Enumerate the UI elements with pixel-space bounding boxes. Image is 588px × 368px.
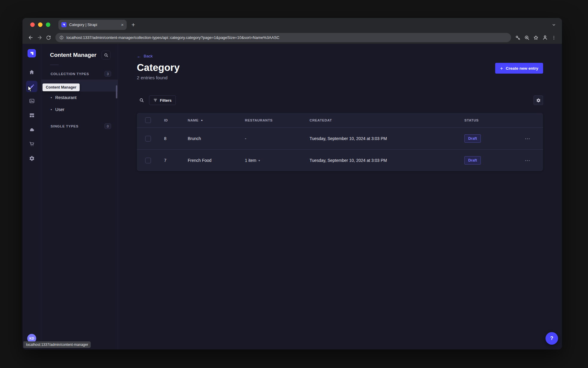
chevron-down-icon: ▾ bbox=[258, 159, 260, 162]
back-nav-icon[interactable] bbox=[26, 33, 35, 42]
filters-label: Filters bbox=[160, 98, 172, 103]
create-new-entry-label: Create new entry bbox=[506, 66, 538, 71]
select-all-checkbox[interactable] bbox=[145, 117, 151, 123]
column-header-name[interactable]: NAME ▲ bbox=[188, 118, 245, 122]
collection-types-count-badge: 3 bbox=[104, 71, 111, 77]
help-button[interactable]: ? bbox=[545, 332, 558, 345]
window-controls bbox=[30, 22, 50, 27]
subnav-search-button[interactable] bbox=[101, 51, 110, 60]
nav-content-type-builder-icon[interactable] bbox=[26, 110, 37, 121]
tab-close-icon[interactable]: × bbox=[121, 22, 124, 27]
row-actions-menu-icon[interactable]: ⋯ bbox=[525, 136, 535, 142]
strapi-app: KD Content Manager COLLECTION TYPES 3 • bbox=[22, 44, 562, 349]
back-arrow-icon: ← bbox=[137, 54, 141, 58]
nav-settings-icon[interactable] bbox=[26, 153, 37, 164]
entries-count: 2 entries found bbox=[137, 75, 180, 80]
address-bar[interactable]: localhost:1337/admin/content-manager/col… bbox=[55, 33, 511, 42]
link-status-bubble: localhost:1337/admin/content-manager bbox=[23, 341, 91, 348]
browser-tabstrip: Category | Strapi × + bbox=[22, 18, 562, 31]
cell-id: 7 bbox=[164, 158, 188, 163]
nav-icons bbox=[26, 66, 37, 164]
content-manager-tooltip: Content Manager bbox=[43, 83, 80, 91]
mouse-cursor bbox=[28, 86, 33, 93]
entries-table: ID NAME ▲ RESTAURANTS CREATEDAT STATUS 8 bbox=[137, 113, 543, 171]
sidebar-item-user[interactable]: • User bbox=[41, 104, 118, 115]
close-window-button[interactable] bbox=[30, 22, 35, 27]
column-header-restaurants[interactable]: RESTAURANTS bbox=[245, 118, 310, 122]
nav-home-icon[interactable] bbox=[26, 66, 37, 78]
back-link[interactable]: ← Back bbox=[137, 54, 153, 58]
cell-createdat: Tuesday, September 10, 2024 at 3:03 PM bbox=[310, 136, 464, 141]
column-header-status[interactable]: STATUS bbox=[464, 118, 525, 122]
url-text: localhost:1337/admin/content-manager/col… bbox=[66, 35, 279, 40]
status-badge: Draft bbox=[464, 156, 481, 165]
single-types-count-badge: 0 bbox=[104, 123, 111, 129]
subnav-divider bbox=[50, 65, 59, 65]
strapi-favicon-icon bbox=[61, 22, 66, 27]
create-new-entry-button[interactable]: + Create new entry bbox=[495, 63, 543, 74]
minimize-window-button[interactable] bbox=[38, 22, 43, 27]
plus-icon: + bbox=[500, 66, 503, 71]
sidebar-item-label: Restaurant bbox=[55, 95, 77, 100]
bookmark-star-icon[interactable] bbox=[531, 33, 540, 42]
new-tab-button[interactable]: + bbox=[131, 22, 135, 28]
cell-createdat: Tuesday, September 10, 2024 at 3:03 PM bbox=[310, 158, 464, 163]
single-types-label: SINGLE TYPES bbox=[51, 124, 78, 128]
sidebar-item-label: User bbox=[55, 107, 65, 112]
cell-id: 8 bbox=[164, 136, 188, 141]
search-button[interactable] bbox=[137, 95, 146, 105]
cell-restaurants[interactable]: 1 item ▾ bbox=[245, 158, 310, 163]
table-row[interactable]: 7 French Food 1 item ▾ Tuesday, Septembe… bbox=[137, 149, 543, 171]
nav-media-library-icon[interactable] bbox=[26, 95, 37, 107]
filter-icon bbox=[153, 98, 157, 102]
bullet-icon: • bbox=[51, 96, 52, 100]
browser-tab-active[interactable]: Category | Strapi × bbox=[58, 20, 127, 30]
subnav-scrollbar-thumb[interactable] bbox=[116, 85, 117, 98]
browser-toolbar: localhost:1337/admin/content-manager/col… bbox=[22, 31, 562, 44]
nav-cloud-icon[interactable] bbox=[26, 124, 37, 135]
subnav-title: Content Manager bbox=[50, 52, 96, 58]
row-checkbox[interactable] bbox=[145, 136, 151, 142]
site-info-icon[interactable] bbox=[59, 35, 64, 40]
page-title: Category bbox=[137, 62, 180, 73]
browser-window: Category | Strapi × + local bbox=[22, 18, 562, 349]
reload-icon[interactable] bbox=[44, 33, 53, 42]
maximize-window-button[interactable] bbox=[46, 22, 50, 27]
sidebar-item-restaurant[interactable]: • Restaurant bbox=[41, 92, 118, 104]
status-badge: Draft bbox=[464, 134, 481, 143]
browser-menu-icon[interactable] bbox=[549, 33, 558, 42]
row-actions-menu-icon[interactable]: ⋯ bbox=[525, 157, 535, 164]
column-header-id[interactable]: ID bbox=[164, 118, 188, 122]
bullet-icon: • bbox=[51, 108, 52, 112]
forward-nav-icon[interactable] bbox=[35, 33, 44, 42]
view-settings-button[interactable] bbox=[534, 95, 543, 105]
strapi-logo[interactable] bbox=[28, 49, 36, 57]
profile-icon[interactable] bbox=[540, 33, 549, 42]
tab-search-chevron-icon[interactable] bbox=[552, 23, 556, 27]
filters-button[interactable]: Filters bbox=[149, 95, 176, 105]
column-header-createdat[interactable]: CREATEDAT bbox=[310, 118, 464, 122]
category-list-view: ← Back Category 2 entries found + Create… bbox=[118, 44, 562, 349]
nav-marketplace-icon[interactable] bbox=[26, 138, 37, 150]
collection-types-label: COLLECTION TYPES bbox=[51, 72, 89, 76]
zoom-icon[interactable] bbox=[522, 33, 531, 42]
password-manager-icon[interactable] bbox=[513, 33, 522, 42]
table-row[interactable]: 8 Brunch - Tuesday, September 10, 2024 a… bbox=[137, 127, 543, 149]
cell-restaurants: - bbox=[245, 136, 310, 141]
table-header-row: ID NAME ▲ RESTAURANTS CREATEDAT STATUS bbox=[137, 113, 543, 127]
sort-ascending-icon: ▲ bbox=[201, 119, 203, 121]
back-label: Back bbox=[144, 54, 153, 58]
cell-name: French Food bbox=[188, 158, 245, 163]
row-checkbox[interactable] bbox=[145, 158, 151, 163]
tab-title: Category | Strapi bbox=[69, 23, 118, 27]
cell-name: Brunch bbox=[188, 136, 245, 141]
desktop-background: Category | Strapi × + local bbox=[0, 0, 588, 368]
